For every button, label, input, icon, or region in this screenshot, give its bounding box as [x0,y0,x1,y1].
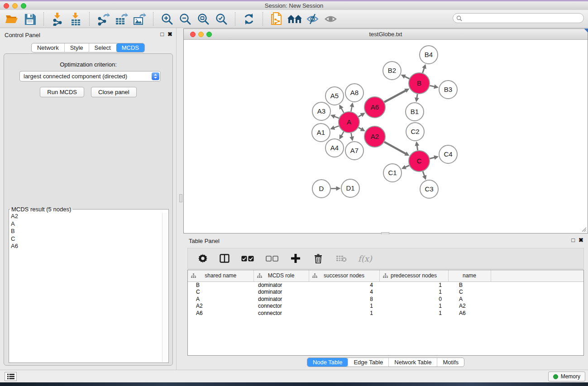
first-neighbors-button[interactable] [286,11,304,27]
column-header-MCDS-role[interactable]: MCDS role [253,270,309,281]
graph-edge-A-A1[interactable] [334,126,339,128]
table-row[interactable]: A6connector11A6 [188,310,583,317]
table-cell[interactable]: A6 [188,310,253,317]
table-cell[interactable]: A [448,295,491,303]
export-network-button[interactable] [94,11,112,27]
graph-edge-A6-B[interactable] [384,91,406,102]
graph-edge-A-A8[interactable] [351,106,352,112]
graph-node-B4[interactable]: B4 [420,46,438,64]
zoom-in-button[interactable] [158,11,176,27]
graph-node-A4[interactable]: A4 [325,139,344,157]
table-cell[interactable]: 4 [309,281,379,289]
column-header-successor-nodes[interactable]: successor nodes [309,270,379,281]
mcds-result-item[interactable]: A2 [10,213,162,220]
graph-edge-A-A4[interactable] [341,132,344,136]
table-cell[interactable]: A6 [448,310,491,317]
tab-network[interactable]: Network [32,43,64,52]
table-cell[interactable]: dominator [253,281,309,289]
graph-node-A[interactable]: A [339,112,359,133]
unselect-all-columns-button[interactable] [265,251,279,266]
graph-edge-C-C2[interactable] [417,145,418,151]
search-input[interactable] [462,14,583,22]
table-cell[interactable]: A [188,295,253,303]
table-cell[interactable]: dominator [253,289,309,296]
tab-mcds[interactable]: MCDS [116,43,144,52]
table-cell[interactable]: 1 [309,303,379,310]
table-panel-float-button[interactable]: □ [571,237,575,243]
table-cell[interactable]: A2 [188,303,253,310]
graph-node-B1[interactable]: B1 [406,103,424,121]
mcds-result-item[interactable]: A6 [10,243,162,250]
network-window-titlebar[interactable]: testGlobe.txt [184,29,588,40]
show-hide-panels-button[interactable] [304,11,322,27]
graph-node-C4[interactable]: C4 [439,145,457,163]
graph-node-C[interactable]: C [409,151,430,172]
table-cell[interactable]: 0 [379,295,448,303]
graph-node-D[interactable]: D [312,180,330,198]
save-session-button[interactable] [21,11,39,27]
table-cell[interactable]: B [188,281,253,289]
table-cell[interactable]: connector [253,310,309,317]
import-table-button[interactable] [67,11,85,27]
refresh-button[interactable] [240,11,258,27]
graph-edge-A-A5[interactable] [341,108,344,113]
clone-network-button[interactable] [268,11,286,27]
table-cell[interactable]: 4 [309,289,379,296]
graph-node-A3[interactable]: A3 [312,102,330,120]
graph-edge-B-B3[interactable] [430,86,435,87]
select-all-columns-button[interactable] [240,251,255,266]
table-tab-edge-table[interactable]: Edge Table [348,358,388,367]
graph-edge-A-A6[interactable] [359,115,362,117]
table-tab-node-table[interactable]: Node Table [307,358,348,367]
show-columns-button[interactable] [219,251,230,266]
graph-node-D1[interactable]: D1 [341,179,359,197]
table-cell[interactable]: 1 [379,310,448,317]
delete-column-button[interactable] [312,251,325,266]
graph-edge-C-C3[interactable] [423,172,425,176]
table-row[interactable]: Adominator80A [188,295,583,303]
close-panel-button[interactable]: Close panel [91,87,137,97]
zoom-selected-button[interactable] [212,11,230,27]
graph-node-B[interactable]: B [409,73,430,94]
control-panel-float-button[interactable]: □ [160,31,164,38]
table-cell[interactable]: dominator [253,295,309,303]
graph-node-A7[interactable]: A7 [345,142,363,160]
memory-button[interactable]: Memory [548,372,585,381]
graph-node-A6[interactable]: A6 [364,97,385,118]
network-graph[interactable]: B4B2BB3A8A5A6A3B1AC2A1A2A4A7C4CC1C3DD1 [184,40,588,233]
task-history-button[interactable] [5,372,17,381]
zoom-out-button[interactable] [176,11,194,27]
export-table-button[interactable] [112,11,130,27]
zoom-fit-button[interactable] [194,11,212,27]
table-row[interactable]: A2connector11A2 [188,303,583,310]
table-tab-motifs[interactable]: Motifs [437,358,464,367]
graph-edge-A-A3[interactable] [334,116,339,118]
graph-node-A8[interactable]: A8 [345,84,363,102]
table-row[interactable]: Cdominator41C [188,289,583,296]
graph-node-B2[interactable]: B2 [383,62,401,80]
table-cell[interactable]: C [188,289,253,296]
graph-node-A5[interactable]: A5 [325,87,344,105]
open-file-button[interactable] [3,11,21,27]
delete-table-button[interactable] [335,251,348,266]
table-cell[interactable]: 1 [379,303,448,310]
tab-style[interactable]: Style [64,43,89,52]
tab-select[interactable]: Select [89,43,116,52]
table-cell[interactable]: B [448,281,491,289]
import-network-button[interactable] [48,11,67,27]
graph-node-A1[interactable]: A1 [312,124,330,142]
result-scrollbar[interactable] [162,213,168,362]
vertical-split-handle[interactable] [179,194,182,202]
table-cell[interactable]: 8 [309,295,379,303]
graph-edge-A2-C[interactable] [384,142,406,154]
run-mcds-button[interactable]: Run MCDS [40,87,84,97]
graph-node-C1[interactable]: C1 [383,164,402,182]
graph-node-A2[interactable]: A2 [364,126,385,147]
column-header-shared-name[interactable]: shared name [188,270,253,281]
table-cell[interactable]: C [448,289,491,296]
table-tab-network-table[interactable]: Network Table [388,358,437,367]
create-column-button[interactable] [289,251,302,266]
export-image-button[interactable] [130,11,148,27]
graph-edge-B-B4[interactable] [423,68,425,73]
mcds-result-item[interactable]: B [10,228,162,235]
